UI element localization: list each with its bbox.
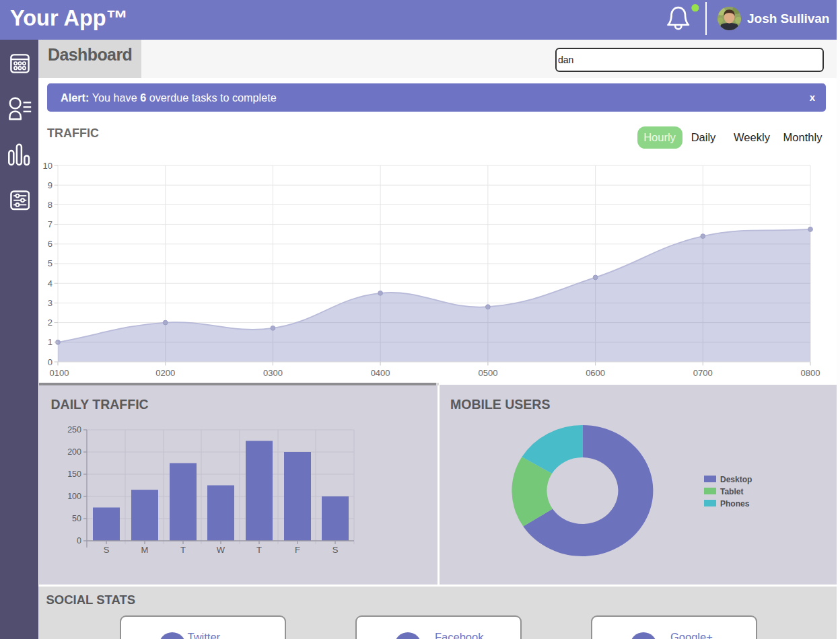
svg-text:0: 0 <box>48 357 53 367</box>
svg-text:50: 50 <box>72 514 81 523</box>
svg-text:0500: 0500 <box>478 368 497 378</box>
svg-text:4: 4 <box>48 278 53 289</box>
svg-text:100: 100 <box>67 492 81 501</box>
svg-text:250: 250 <box>67 425 81 435</box>
svg-text:Phones: Phones <box>720 499 750 509</box>
svg-text:S: S <box>332 545 339 555</box>
svg-text:8: 8 <box>48 200 53 210</box>
svg-text:0600: 0600 <box>586 368 605 378</box>
svg-text:T: T <box>256 545 262 555</box>
svg-text:Tablet: Tablet <box>720 487 743 496</box>
svg-text:F: F <box>295 545 300 555</box>
svg-text:0400: 0400 <box>371 368 390 378</box>
svg-text:S: S <box>104 545 110 555</box>
svg-text:3: 3 <box>48 298 53 308</box>
svg-text:7: 7 <box>48 219 53 229</box>
svg-text:0700: 0700 <box>693 368 713 378</box>
svg-text:0: 0 <box>77 536 81 546</box>
svg-text:200: 200 <box>67 447 81 457</box>
svg-text:0300: 0300 <box>263 368 283 378</box>
svg-text:9: 9 <box>48 180 53 190</box>
svg-text:1: 1 <box>48 337 53 347</box>
svg-text:2: 2 <box>48 317 53 328</box>
svg-text:M: M <box>141 545 149 555</box>
svg-text:6: 6 <box>48 239 53 249</box>
svg-text:0100: 0100 <box>50 368 69 378</box>
svg-text:Desktop: Desktop <box>720 475 752 484</box>
svg-text:W: W <box>217 545 225 555</box>
svg-text:10: 10 <box>43 161 53 171</box>
svg-text:0200: 0200 <box>155 368 175 378</box>
svg-text:0800: 0800 <box>801 368 820 378</box>
svg-text:150: 150 <box>67 469 81 479</box>
svg-text:5: 5 <box>48 258 53 268</box>
svg-text:T: T <box>180 545 186 555</box>
